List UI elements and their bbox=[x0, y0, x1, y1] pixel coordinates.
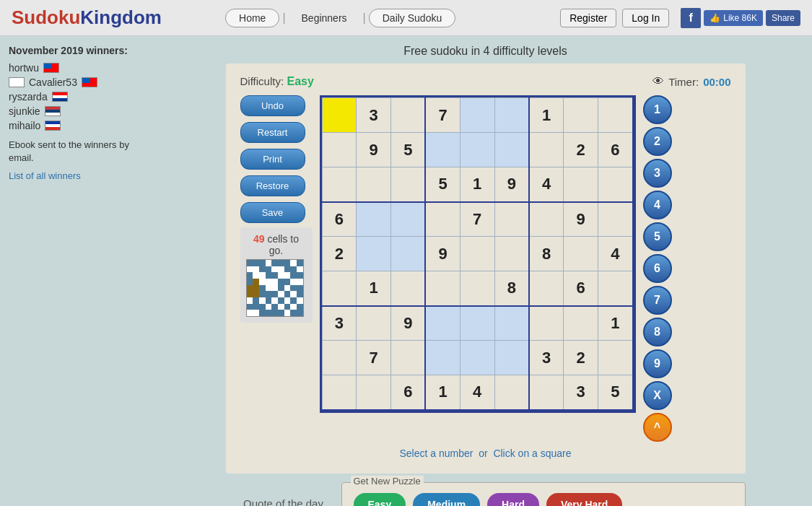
table-row[interactable] bbox=[564, 237, 598, 271]
table-row[interactable] bbox=[529, 133, 564, 167]
num-btn-8[interactable]: 8 bbox=[643, 318, 672, 346]
table-row[interactable]: 4 bbox=[460, 375, 494, 410]
table-row[interactable] bbox=[391, 98, 426, 133]
table-row[interactable] bbox=[529, 202, 564, 237]
table-row[interactable]: 9 bbox=[391, 306, 426, 341]
table-row[interactable] bbox=[494, 133, 529, 167]
restore-button[interactable]: Restore bbox=[240, 175, 305, 196]
table-row[interactable] bbox=[322, 133, 357, 167]
register-button[interactable]: Register bbox=[560, 9, 616, 27]
hard-button[interactable]: Hard bbox=[487, 493, 539, 506]
table-row[interactable]: 2 bbox=[564, 133, 598, 167]
table-row[interactable] bbox=[598, 271, 633, 306]
table-row[interactable] bbox=[494, 375, 529, 410]
facebook-like[interactable]: 👍 Like 86K bbox=[704, 10, 763, 26]
table-row[interactable] bbox=[494, 306, 529, 341]
table-row[interactable] bbox=[460, 341, 494, 375]
table-row[interactable]: 6 bbox=[598, 133, 633, 167]
table-row[interactable]: 4 bbox=[529, 167, 564, 202]
table-row[interactable] bbox=[425, 341, 460, 375]
medium-button[interactable]: Medium bbox=[413, 493, 480, 506]
sudoku-grid[interactable]: 37195265194679298418639173261435 bbox=[320, 95, 636, 413]
undo-button[interactable]: Undo bbox=[240, 95, 305, 116]
num-btn-x[interactable]: X bbox=[643, 381, 672, 410]
table-row[interactable] bbox=[494, 237, 529, 271]
table-row[interactable] bbox=[322, 271, 357, 306]
table-row[interactable] bbox=[529, 306, 564, 341]
save-button[interactable]: Save bbox=[240, 202, 305, 223]
table-row[interactable]: 8 bbox=[529, 237, 564, 271]
table-row[interactable]: 6 bbox=[564, 271, 598, 306]
table-row[interactable]: 1 bbox=[425, 375, 460, 410]
table-row[interactable]: 1 bbox=[460, 167, 494, 202]
table-row[interactable] bbox=[460, 271, 494, 306]
num-btn-1[interactable]: 1 bbox=[643, 95, 672, 124]
table-row[interactable] bbox=[322, 167, 357, 202]
table-row[interactable] bbox=[357, 202, 391, 237]
table-row[interactable]: 9 bbox=[425, 237, 460, 271]
table-row[interactable] bbox=[598, 167, 633, 202]
table-row[interactable] bbox=[598, 202, 633, 237]
num-btn-6[interactable]: 6 bbox=[643, 254, 672, 283]
table-row[interactable]: 2 bbox=[564, 341, 598, 375]
table-row[interactable]: 5 bbox=[391, 133, 426, 167]
num-btn-2[interactable]: 2 bbox=[643, 127, 672, 156]
table-row[interactable] bbox=[425, 133, 460, 167]
table-row[interactable]: 3 bbox=[529, 341, 564, 375]
num-btn-4[interactable]: 4 bbox=[643, 191, 672, 219]
table-row[interactable]: 9 bbox=[494, 167, 529, 202]
login-button[interactable]: Log In bbox=[622, 9, 669, 27]
facebook-share[interactable]: Share bbox=[766, 10, 800, 26]
table-row[interactable]: 7 bbox=[357, 341, 391, 375]
table-row[interactable] bbox=[460, 237, 494, 271]
table-row[interactable] bbox=[598, 98, 633, 133]
num-btn-9[interactable]: 9 bbox=[643, 349, 672, 378]
table-row[interactable]: 6 bbox=[322, 202, 357, 237]
table-row[interactable] bbox=[494, 98, 529, 133]
nav-home[interactable]: Home bbox=[225, 9, 279, 27]
table-row[interactable] bbox=[322, 375, 357, 410]
nav-daily[interactable]: Daily Sudoku bbox=[369, 9, 456, 27]
print-button[interactable]: Print bbox=[240, 149, 305, 170]
table-row[interactable] bbox=[425, 271, 460, 306]
table-row[interactable] bbox=[357, 167, 391, 202]
num-btn-caret[interactable]: ^ bbox=[643, 413, 672, 442]
table-row[interactable] bbox=[391, 237, 426, 271]
table-row[interactable]: 6 bbox=[391, 375, 426, 410]
table-row[interactable] bbox=[460, 98, 494, 133]
sudoku-table[interactable]: 37195265194679298418639173261435 bbox=[322, 97, 634, 411]
table-row[interactable] bbox=[564, 98, 598, 133]
num-btn-7[interactable]: 7 bbox=[643, 286, 672, 315]
table-row[interactable]: 7 bbox=[425, 98, 460, 133]
very-hard-button[interactable]: Very Hard bbox=[546, 493, 622, 506]
table-row[interactable]: 1 bbox=[529, 98, 564, 133]
table-row[interactable] bbox=[357, 306, 391, 341]
table-row[interactable]: 2 bbox=[322, 237, 357, 271]
num-btn-5[interactable]: 5 bbox=[643, 222, 672, 251]
table-row[interactable] bbox=[322, 341, 357, 375]
eye-icon[interactable]: 👁 bbox=[652, 75, 664, 88]
restart-button[interactable]: Restart bbox=[240, 122, 305, 143]
table-row[interactable] bbox=[564, 306, 598, 341]
table-row[interactable] bbox=[529, 271, 564, 306]
table-row[interactable] bbox=[494, 202, 529, 237]
table-row[interactable] bbox=[322, 98, 357, 133]
table-row[interactable]: 5 bbox=[598, 375, 633, 410]
table-row[interactable] bbox=[598, 341, 633, 375]
table-row[interactable] bbox=[460, 133, 494, 167]
nav-beginners[interactable]: Beginners bbox=[289, 9, 360, 27]
table-row[interactable] bbox=[564, 167, 598, 202]
num-btn-3[interactable]: 3 bbox=[643, 159, 672, 188]
table-row[interactable]: 5 bbox=[425, 167, 460, 202]
table-row[interactable]: 3 bbox=[357, 98, 391, 133]
table-row[interactable]: 8 bbox=[494, 271, 529, 306]
table-row[interactable] bbox=[391, 202, 426, 237]
table-row[interactable]: 9 bbox=[564, 202, 598, 237]
table-row[interactable] bbox=[494, 341, 529, 375]
facebook-icon[interactable]: f bbox=[681, 8, 701, 28]
table-row[interactable]: 7 bbox=[460, 202, 494, 237]
table-row[interactable]: 3 bbox=[564, 375, 598, 410]
table-row[interactable] bbox=[529, 375, 564, 410]
table-row[interactable]: 3 bbox=[322, 306, 357, 341]
table-row[interactable] bbox=[460, 306, 494, 341]
